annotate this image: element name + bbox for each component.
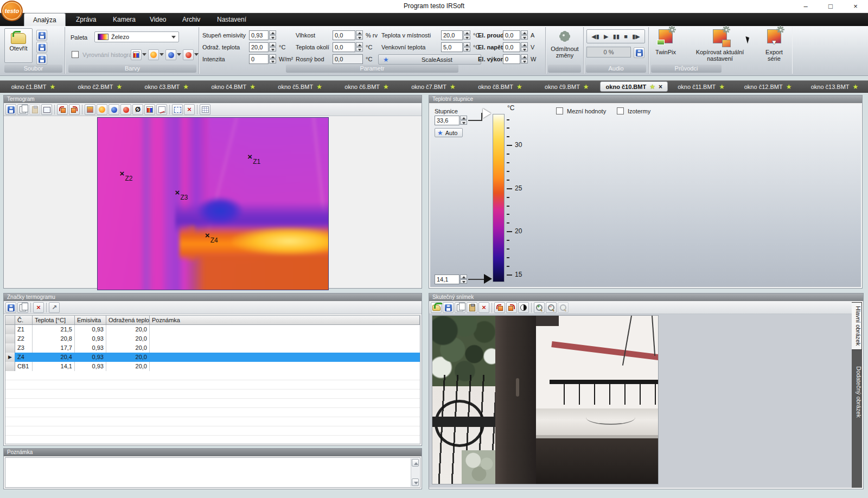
doc-tab[interactable]: okno č8.BMT★ [467, 81, 533, 92]
twinpix-button[interactable]: TwinPix [650, 28, 681, 64]
el-voltage-input[interactable]: 0,0 [503, 42, 520, 52]
restore-button[interactable]: □ [818, 0, 843, 13]
paleta-dropdown[interactable]: Železo [94, 31, 179, 42]
play-button[interactable]: ▶ [604, 33, 608, 40]
doc-tab[interactable]: okno č12.BMT★ [735, 81, 801, 92]
doc-tab[interactable]: okno č3.BMT★ [133, 81, 200, 92]
table-row[interactable]: Z3 17,7 0,93 20,0 [5, 343, 420, 353]
scale-max-spinner[interactable] [460, 116, 467, 125]
note-scrollbar[interactable] [411, 458, 419, 487]
tab-archiv[interactable]: Archiv [174, 13, 209, 26]
thermal-image[interactable]: ×Z1×Z2×Z3×Z4 [97, 117, 329, 290]
skip-forward-button[interactable]: ▮▶ [632, 33, 640, 40]
reflected-temp-input[interactable]: 20,0 [249, 42, 269, 52]
coldspot-button[interactable] [108, 104, 119, 115]
chevron-down-icon[interactable] [159, 53, 164, 56]
doc-tab[interactable]: okno č9.BMT★ [533, 81, 600, 92]
table-row[interactable]: Z1 21,5 0,93 20,0 [5, 325, 420, 334]
col-temp[interactable]: Teplota [°C] [33, 316, 75, 324]
markers-table[interactable]: Č. Teplota [°C] Emisivita Odražená teplo… [5, 315, 420, 444]
tab-video[interactable]: Video [141, 13, 175, 26]
isotherms-checkbox[interactable] [617, 107, 624, 114]
save-button[interactable] [36, 30, 47, 41]
save-button[interactable] [5, 302, 16, 313]
temperature-colorbar[interactable] [493, 114, 505, 282]
emissivity-input[interactable]: 0,93 [249, 30, 269, 40]
cold-color-button[interactable] [165, 49, 176, 60]
thermogram-marker-Z3[interactable]: ×Z3 [175, 190, 180, 196]
humidity-spinner[interactable] [356, 30, 363, 40]
scale-auto-button[interactable]: ★ Auto [435, 128, 463, 137]
scale-min-spinner[interactable] [460, 274, 467, 284]
alarm-spot-button[interactable] [120, 104, 131, 115]
hot-color-button[interactable] [148, 49, 159, 60]
chevron-down-icon[interactable] [194, 53, 199, 56]
humidity-input[interactable]: 0,0 [333, 30, 355, 40]
delete-button[interactable]: × [184, 104, 195, 115]
histogram-button[interactable] [144, 104, 155, 115]
outdoor-temp-input[interactable]: 5,0 [441, 42, 463, 52]
ambient-temp-spinner[interactable] [356, 42, 363, 52]
copy-button[interactable] [17, 302, 28, 313]
scale-min-pointer[interactable] [484, 274, 492, 284]
skip-back-button[interactable]: ◀▮ [591, 33, 599, 40]
pause-button[interactable]: ▮▮ [613, 33, 620, 40]
table-row-selected[interactable]: ▶ Z4 20,4 0,93 20,0 [5, 353, 420, 362]
goto-marker-button[interactable]: ↗ [49, 302, 60, 313]
el-power-input[interactable]: 0 [503, 54, 520, 64]
save-as-button[interactable] [36, 42, 47, 53]
close-tab-icon[interactable]: × [659, 83, 662, 91]
alarm-color-button[interactable] [183, 49, 194, 60]
doc-tab[interactable]: okno č4.BMT★ [200, 81, 267, 92]
paste-button[interactable] [29, 104, 40, 115]
table-row[interactable]: CB1 14,1 0,93 20,0 [5, 362, 420, 371]
scale-min-input[interactable]: 14,1 [435, 274, 459, 284]
discard-changes-button[interactable]: Odmítnout změny [547, 28, 582, 64]
el-power-spinner[interactable] [521, 54, 528, 64]
scale-max-input[interactable]: 33,6 [435, 116, 459, 125]
el-voltage-spinner[interactable] [521, 42, 528, 52]
palette-histogram-button[interactable] [131, 49, 142, 60]
intensity-input[interactable]: 0 [249, 54, 269, 64]
export-series-button[interactable]: ▼ Export série [758, 28, 790, 64]
rotate-left-button[interactable] [57, 104, 68, 115]
zoom-out-button[interactable]: − [546, 302, 557, 313]
tab-kamera[interactable]: Kamera [104, 13, 144, 26]
chevron-down-icon[interactable] [142, 53, 146, 56]
room-temp-spinner[interactable] [463, 30, 470, 40]
chevron-down-icon[interactable] [177, 53, 181, 56]
rotate-left-button[interactable] [494, 302, 505, 313]
doc-tab[interactable]: okno č6.BMT★ [334, 81, 400, 92]
copy-settings-button[interactable]: Kopírovat aktuální nastavení [682, 28, 757, 64]
col-refl[interactable]: Odražená teplo [106, 316, 150, 324]
open-button[interactable] [431, 302, 442, 313]
close-button[interactable]: × [843, 0, 868, 13]
el-current-input[interactable]: 0,0 [503, 30, 520, 40]
table-row[interactable]: Z2 20,8 0,93 20,0 [5, 334, 420, 343]
grid-button[interactable] [200, 104, 210, 115]
thermogram-marker-Z1[interactable]: ×Z1 [247, 154, 252, 161]
thermogram-marker-Z4[interactable]: ×Z4 [205, 233, 210, 239]
emissivity-spinner[interactable] [269, 30, 276, 40]
note-textarea[interactable] [5, 457, 420, 488]
real-image[interactable] [432, 315, 659, 484]
profile-chart-button[interactable] [156, 104, 167, 115]
contrast-button[interactable] [518, 302, 529, 313]
scaleassist-button[interactable]: ★ ScaleAssist [378, 54, 481, 65]
save-button[interactable] [443, 302, 454, 313]
histogram-checkbox[interactable] [72, 51, 79, 58]
tab-hlavni-obrazek[interactable]: Hlavní obrázek [852, 302, 862, 350]
open-button[interactable]: Otevřít [4, 28, 33, 63]
col-emis[interactable]: Emisivita [75, 316, 106, 324]
doc-tab[interactable]: okno č2.BMT★ [67, 81, 133, 92]
delete-button[interactable]: × [33, 302, 44, 313]
marker-tool-button[interactable] [85, 104, 95, 115]
save-button[interactable] [5, 104, 16, 115]
el-current-spinner[interactable] [521, 30, 528, 40]
tab-analyza[interactable]: Analýza [24, 13, 66, 26]
rotate-right-button[interactable] [69, 104, 80, 115]
copy-button[interactable] [455, 302, 465, 313]
audio-save-button[interactable] [634, 47, 644, 58]
zoom-100-button[interactable] [558, 302, 569, 313]
tab-dodatecny-obrazek[interactable]: Dodatečný obrázek [852, 351, 862, 432]
